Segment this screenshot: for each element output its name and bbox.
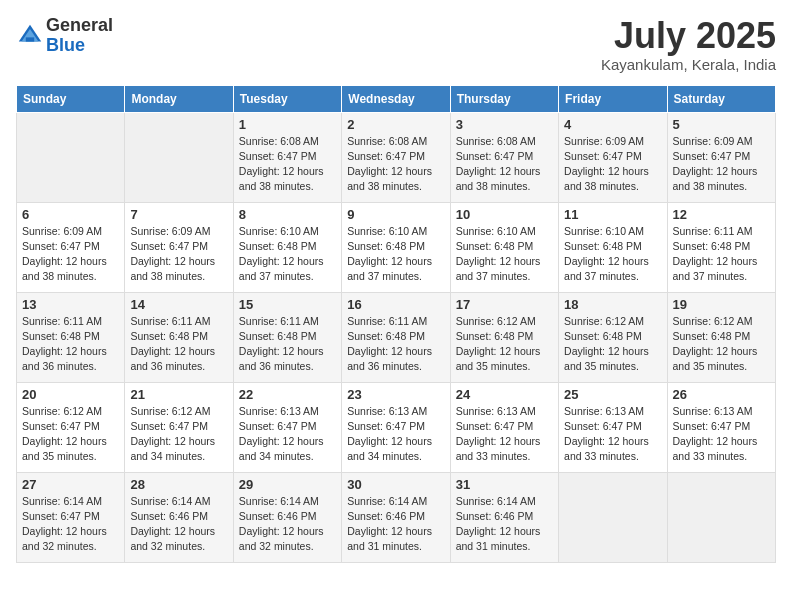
calendar-cell: 27Sunrise: 6:14 AM Sunset: 6:47 PM Dayli… [17, 472, 125, 562]
title-block: July 2025 Kayankulam, Kerala, India [601, 16, 776, 73]
day-number: 9 [347, 207, 444, 222]
calendar-cell: 16Sunrise: 6:11 AM Sunset: 6:48 PM Dayli… [342, 292, 450, 382]
calendar-cell [17, 112, 125, 202]
calendar-cell: 4Sunrise: 6:09 AM Sunset: 6:47 PM Daylig… [559, 112, 667, 202]
day-info: Sunrise: 6:14 AM Sunset: 6:46 PM Dayligh… [347, 494, 444, 555]
day-number: 29 [239, 477, 336, 492]
weekday-header: Thursday [450, 85, 558, 112]
calendar-cell: 30Sunrise: 6:14 AM Sunset: 6:46 PM Dayli… [342, 472, 450, 562]
day-info: Sunrise: 6:10 AM Sunset: 6:48 PM Dayligh… [456, 224, 553, 285]
day-info: Sunrise: 6:11 AM Sunset: 6:48 PM Dayligh… [673, 224, 770, 285]
calendar-cell: 11Sunrise: 6:10 AM Sunset: 6:48 PM Dayli… [559, 202, 667, 292]
day-info: Sunrise: 6:13 AM Sunset: 6:47 PM Dayligh… [673, 404, 770, 465]
calendar-cell: 13Sunrise: 6:11 AM Sunset: 6:48 PM Dayli… [17, 292, 125, 382]
calendar-cell: 21Sunrise: 6:12 AM Sunset: 6:47 PM Dayli… [125, 382, 233, 472]
day-number: 2 [347, 117, 444, 132]
day-number: 24 [456, 387, 553, 402]
day-info: Sunrise: 6:11 AM Sunset: 6:48 PM Dayligh… [347, 314, 444, 375]
day-number: 18 [564, 297, 661, 312]
weekday-header: Tuesday [233, 85, 341, 112]
day-info: Sunrise: 6:10 AM Sunset: 6:48 PM Dayligh… [239, 224, 336, 285]
day-number: 23 [347, 387, 444, 402]
calendar-cell: 9Sunrise: 6:10 AM Sunset: 6:48 PM Daylig… [342, 202, 450, 292]
calendar-cell: 3Sunrise: 6:08 AM Sunset: 6:47 PM Daylig… [450, 112, 558, 202]
calendar-cell: 28Sunrise: 6:14 AM Sunset: 6:46 PM Dayli… [125, 472, 233, 562]
calendar-cell [667, 472, 775, 562]
day-number: 5 [673, 117, 770, 132]
logo: General Blue [16, 16, 113, 56]
day-number: 25 [564, 387, 661, 402]
day-number: 1 [239, 117, 336, 132]
day-info: Sunrise: 6:12 AM Sunset: 6:48 PM Dayligh… [564, 314, 661, 375]
calendar-cell: 8Sunrise: 6:10 AM Sunset: 6:48 PM Daylig… [233, 202, 341, 292]
day-number: 12 [673, 207, 770, 222]
day-number: 17 [456, 297, 553, 312]
logo-text: General Blue [46, 16, 113, 56]
weekday-header: Monday [125, 85, 233, 112]
day-info: Sunrise: 6:12 AM Sunset: 6:48 PM Dayligh… [673, 314, 770, 375]
logo-icon [16, 22, 44, 50]
day-number: 19 [673, 297, 770, 312]
day-info: Sunrise: 6:10 AM Sunset: 6:48 PM Dayligh… [564, 224, 661, 285]
day-info: Sunrise: 6:11 AM Sunset: 6:48 PM Dayligh… [22, 314, 119, 375]
calendar-week-row: 6Sunrise: 6:09 AM Sunset: 6:47 PM Daylig… [17, 202, 776, 292]
calendar-cell: 10Sunrise: 6:10 AM Sunset: 6:48 PM Dayli… [450, 202, 558, 292]
calendar-cell: 23Sunrise: 6:13 AM Sunset: 6:47 PM Dayli… [342, 382, 450, 472]
day-number: 21 [130, 387, 227, 402]
page-header: General Blue July 2025 Kayankulam, Keral… [16, 16, 776, 73]
day-number: 27 [22, 477, 119, 492]
calendar-cell: 17Sunrise: 6:12 AM Sunset: 6:48 PM Dayli… [450, 292, 558, 382]
day-number: 16 [347, 297, 444, 312]
day-number: 26 [673, 387, 770, 402]
calendar-cell: 20Sunrise: 6:12 AM Sunset: 6:47 PM Dayli… [17, 382, 125, 472]
day-number: 20 [22, 387, 119, 402]
location: Kayankulam, Kerala, India [601, 56, 776, 73]
day-number: 3 [456, 117, 553, 132]
day-info: Sunrise: 6:08 AM Sunset: 6:47 PM Dayligh… [347, 134, 444, 195]
calendar-cell: 1Sunrise: 6:08 AM Sunset: 6:47 PM Daylig… [233, 112, 341, 202]
day-info: Sunrise: 6:09 AM Sunset: 6:47 PM Dayligh… [564, 134, 661, 195]
day-number: 10 [456, 207, 553, 222]
day-info: Sunrise: 6:13 AM Sunset: 6:47 PM Dayligh… [456, 404, 553, 465]
calendar-cell: 15Sunrise: 6:11 AM Sunset: 6:48 PM Dayli… [233, 292, 341, 382]
calendar-cell: 14Sunrise: 6:11 AM Sunset: 6:48 PM Dayli… [125, 292, 233, 382]
calendar-cell: 22Sunrise: 6:13 AM Sunset: 6:47 PM Dayli… [233, 382, 341, 472]
day-info: Sunrise: 6:10 AM Sunset: 6:48 PM Dayligh… [347, 224, 444, 285]
calendar-week-row: 13Sunrise: 6:11 AM Sunset: 6:48 PM Dayli… [17, 292, 776, 382]
day-info: Sunrise: 6:11 AM Sunset: 6:48 PM Dayligh… [130, 314, 227, 375]
day-number: 22 [239, 387, 336, 402]
day-info: Sunrise: 6:13 AM Sunset: 6:47 PM Dayligh… [564, 404, 661, 465]
day-info: Sunrise: 6:13 AM Sunset: 6:47 PM Dayligh… [347, 404, 444, 465]
day-number: 30 [347, 477, 444, 492]
calendar-week-row: 27Sunrise: 6:14 AM Sunset: 6:47 PM Dayli… [17, 472, 776, 562]
day-number: 4 [564, 117, 661, 132]
calendar-cell: 24Sunrise: 6:13 AM Sunset: 6:47 PM Dayli… [450, 382, 558, 472]
day-info: Sunrise: 6:14 AM Sunset: 6:46 PM Dayligh… [130, 494, 227, 555]
day-info: Sunrise: 6:09 AM Sunset: 6:47 PM Dayligh… [673, 134, 770, 195]
calendar-cell: 29Sunrise: 6:14 AM Sunset: 6:46 PM Dayli… [233, 472, 341, 562]
calendar-cell: 6Sunrise: 6:09 AM Sunset: 6:47 PM Daylig… [17, 202, 125, 292]
day-number: 14 [130, 297, 227, 312]
day-number: 31 [456, 477, 553, 492]
day-info: Sunrise: 6:14 AM Sunset: 6:46 PM Dayligh… [456, 494, 553, 555]
day-info: Sunrise: 6:12 AM Sunset: 6:48 PM Dayligh… [456, 314, 553, 375]
day-info: Sunrise: 6:14 AM Sunset: 6:47 PM Dayligh… [22, 494, 119, 555]
calendar-cell [125, 112, 233, 202]
calendar-week-row: 20Sunrise: 6:12 AM Sunset: 6:47 PM Dayli… [17, 382, 776, 472]
calendar-cell: 19Sunrise: 6:12 AM Sunset: 6:48 PM Dayli… [667, 292, 775, 382]
calendar-cell: 18Sunrise: 6:12 AM Sunset: 6:48 PM Dayli… [559, 292, 667, 382]
day-info: Sunrise: 6:09 AM Sunset: 6:47 PM Dayligh… [130, 224, 227, 285]
calendar-cell: 25Sunrise: 6:13 AM Sunset: 6:47 PM Dayli… [559, 382, 667, 472]
day-info: Sunrise: 6:08 AM Sunset: 6:47 PM Dayligh… [456, 134, 553, 195]
day-info: Sunrise: 6:08 AM Sunset: 6:47 PM Dayligh… [239, 134, 336, 195]
calendar-cell: 7Sunrise: 6:09 AM Sunset: 6:47 PM Daylig… [125, 202, 233, 292]
day-number: 11 [564, 207, 661, 222]
day-info: Sunrise: 6:12 AM Sunset: 6:47 PM Dayligh… [130, 404, 227, 465]
weekday-header: Sunday [17, 85, 125, 112]
weekday-header: Friday [559, 85, 667, 112]
weekday-header-row: SundayMondayTuesdayWednesdayThursdayFrid… [17, 85, 776, 112]
day-number: 15 [239, 297, 336, 312]
calendar-cell [559, 472, 667, 562]
day-number: 6 [22, 207, 119, 222]
day-number: 7 [130, 207, 227, 222]
